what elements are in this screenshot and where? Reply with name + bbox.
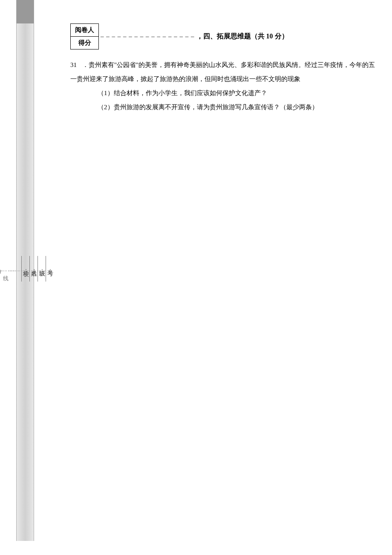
reader-label: 阅卷人	[71, 24, 98, 37]
scorer-box: 阅卷人 得分	[70, 23, 99, 49]
content-area: 阅卷人 得分 – – – – – – – – – – – – – – – – –…	[70, 23, 377, 114]
question-number: 31	[70, 58, 82, 72]
score-label: 得分	[71, 37, 98, 49]
section-title-prefix: ，四、拓展思维题（共	[196, 32, 266, 40]
section-title-suffix: 分）	[273, 32, 288, 40]
sub-question-2: （2）贵州旅游的发展离不开宣传，请为贵州旅游写几条宣传语？（最少两条）	[70, 100, 377, 114]
section-dashes: – – – – – – – – – – – – – – – – –	[101, 33, 195, 40]
question-dot: ．	[82, 61, 89, 68]
class-label: 班级：	[38, 266, 46, 272]
question-block: 31．贵州素有"公园省"的美誉，拥有神奇美丽的山水风光、多彩和谐的民族风情。经过…	[70, 58, 377, 114]
question-intro: 31．贵州素有"公园省"的美誉，拥有神奇美丽的山水风光、多彩和谐的民族风情。经过…	[70, 58, 377, 86]
student-info-fields: 考号： 班级： 姓名： 学校：	[21, 149, 54, 388]
fold-xian-inner: 线	[3, 271, 9, 273]
section-header-row: 阅卷人 得分 – – – – – – – – – – – – – – – – –…	[70, 23, 377, 49]
section-title-points: 10	[266, 32, 273, 40]
sub-question-1: （1）结合材料，作为小学生，我们应该如何保护文化遗产？	[70, 86, 377, 100]
school-label: 学校：	[22, 266, 29, 272]
strip-dark-header	[17, 0, 34, 23]
section-title: ，四、拓展思维题（共 10 分）	[196, 32, 288, 41]
name-label: 姓名：	[30, 266, 37, 272]
question-intro-text: 贵州素有"公园省"的美誉，拥有神奇美丽的山水风光、多彩和谐的民族风情。经过三年疫…	[70, 61, 375, 82]
examno-label: 考号：	[46, 266, 54, 272]
